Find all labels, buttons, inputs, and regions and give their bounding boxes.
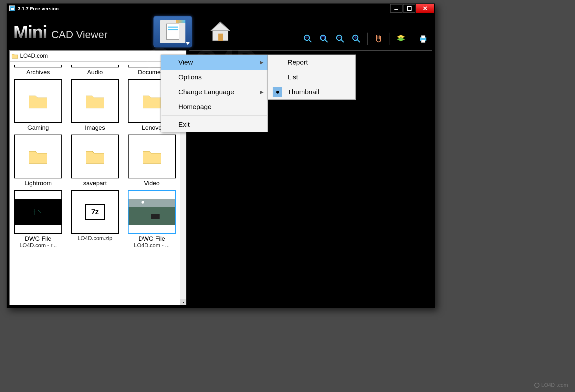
main-menu-button[interactable]	[153, 16, 192, 47]
svg-point-10	[320, 35, 326, 40]
svg-line-11	[325, 40, 328, 42]
pan-icon[interactable]	[373, 34, 384, 44]
thumbnail-label: Lightroom	[25, 180, 52, 187]
svg-rect-12	[322, 36, 324, 39]
view-submenu: ReportListThumbnail	[268, 55, 356, 100]
zoom-window-icon[interactable]	[319, 34, 329, 44]
svg-line-14	[341, 40, 344, 42]
svg-rect-2	[394, 9, 398, 10]
menu-separator	[162, 116, 267, 116]
thumbnail-label: Video	[144, 180, 160, 187]
thumbnail-label: savepart	[83, 180, 107, 187]
svg-rect-3	[407, 6, 411, 10]
watermark-corner: LO4D.com	[534, 382, 568, 388]
menu-item-change-language[interactable]: Change Language▶	[161, 85, 267, 99]
svg-rect-5	[218, 34, 223, 41]
thumbnail-area: ArchivesAudioDocumentGamingImagesLenovoL…	[10, 62, 186, 305]
menu-item-exit[interactable]: Exit	[161, 117, 267, 132]
thumbnail-item[interactable]: Video	[126, 135, 178, 187]
thumbnail-filename: LO4D.com - ...	[128, 242, 176, 249]
thumbnail-filename: LO4D.com - r...	[14, 242, 62, 249]
submenu-label: Report	[288, 58, 308, 66]
app-icon	[9, 5, 15, 11]
minimize-button[interactable]	[390, 4, 402, 13]
chevron-down-icon	[186, 42, 190, 45]
scroll-down-button[interactable]: ▾	[180, 299, 186, 305]
thumbnail-label: Audio	[87, 69, 103, 76]
window-title: 3.1.7 Free version	[18, 6, 59, 11]
thumbnail-item[interactable]: 7zLO4D.com.zip	[69, 190, 121, 249]
path-bar[interactable]: LO4D.com	[10, 51, 186, 62]
thumbnail-label: Gaming	[27, 124, 49, 131]
svg-rect-1	[11, 7, 14, 8]
thumbnail-item[interactable]: Archives	[12, 65, 64, 76]
svg-line-17	[357, 40, 360, 42]
separator	[390, 33, 390, 45]
radio-checked-icon	[273, 87, 282, 97]
thumbnail-label: DWG File	[139, 235, 165, 242]
separator	[367, 33, 368, 45]
svg-line-9	[309, 40, 311, 42]
chevron-right-icon: ▶	[260, 89, 264, 95]
menu-item-homepage[interactable]: Homepage	[161, 99, 267, 114]
separator	[412, 33, 412, 45]
print-icon[interactable]	[418, 34, 428, 44]
menu-item-options[interactable]: Options	[161, 70, 267, 85]
thumbnail-label: Archives	[26, 69, 50, 76]
thumbnail-item[interactable]: Images	[69, 79, 121, 131]
home-button[interactable]	[206, 18, 234, 46]
main-menu: View▶OptionsChange Language▶HomepageExit	[161, 55, 268, 132]
toolbar: Mini CAD Viewer	[7, 13, 435, 50]
logo-sub: CAD Viewer	[51, 29, 108, 41]
thumbnail-item[interactable]: Audio	[69, 65, 121, 76]
submenu-item-list[interactable]: List	[268, 70, 355, 85]
submenu-item-thumbnail[interactable]: Thumbnail	[268, 85, 355, 99]
titlebar: 3.1.7 Free version	[7, 4, 435, 13]
svg-marker-19	[397, 37, 405, 41]
tool-strip	[303, 33, 428, 45]
svg-rect-21	[421, 35, 425, 38]
chevron-right-icon: ▶	[260, 60, 264, 65]
folder-icon	[12, 54, 18, 59]
app-logo: Mini CAD Viewer	[13, 21, 108, 42]
zoom-out-icon[interactable]	[335, 34, 345, 44]
zoom-fit-icon[interactable]	[303, 34, 313, 44]
svg-rect-22	[421, 40, 425, 43]
logo-main: Mini	[13, 21, 47, 42]
path-text: LO4D.com	[20, 53, 48, 59]
submenu-label: List	[288, 73, 298, 81]
thumbnail-item[interactable]: Lightroom	[12, 135, 64, 187]
thumbnail-label: DWG File	[25, 235, 51, 242]
thumbnail-filename: LO4D.com.zip	[71, 235, 119, 242]
thumbnail-item[interactable]: DWG FileLO4D.com - r...	[12, 190, 64, 249]
thumbnail-item[interactable]: Gaming	[12, 79, 64, 131]
thumbnail-item[interactable]: DWG FileLO4D.com - ...	[126, 190, 178, 249]
layers-icon[interactable]	[396, 34, 406, 44]
thumbnail-label: Lenovo	[142, 124, 162, 131]
zoom-in-icon[interactable]	[351, 34, 361, 44]
submenu-item-report[interactable]: Report	[268, 55, 355, 70]
file-browser-panel: LO4D.com ArchivesAudioDocumentGamingImag…	[9, 50, 186, 305]
menu-item-view[interactable]: View▶	[161, 55, 267, 70]
close-button[interactable]	[416, 4, 434, 13]
maximize-button[interactable]	[403, 4, 415, 13]
app-window: 3.1.7 Free version Mini CAD Viewer	[6, 3, 435, 308]
submenu-label: Thumbnail	[288, 88, 319, 96]
thumbnail-label: Images	[85, 124, 105, 131]
thumbnail-item[interactable]: savepart	[69, 135, 121, 187]
